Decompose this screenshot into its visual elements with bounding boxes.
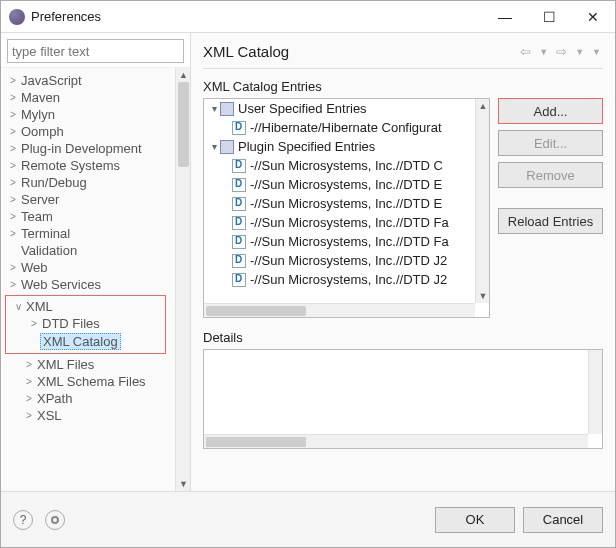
close-button[interactable]: ✕ bbox=[571, 2, 615, 32]
dtd-icon bbox=[232, 235, 246, 249]
tree-item[interactable]: Web bbox=[19, 260, 50, 275]
chevron-right-icon[interactable]: > bbox=[23, 359, 35, 370]
chevron-right-icon[interactable]: > bbox=[7, 109, 19, 120]
tree-item[interactable]: XML Files bbox=[35, 357, 96, 372]
tree-item[interactable]: Web Services bbox=[19, 277, 103, 292]
scroll-down-icon[interactable]: ▼ bbox=[176, 477, 190, 491]
page-title: XML Catalog bbox=[203, 43, 289, 60]
scrollbar-horizontal[interactable] bbox=[204, 303, 475, 317]
tree-item[interactable]: Run/Debug bbox=[19, 175, 89, 190]
catalog-group[interactable]: Plugin Specified Entries bbox=[238, 139, 375, 154]
chevron-right-icon[interactable]: > bbox=[7, 228, 19, 239]
restore-defaults-icon[interactable] bbox=[45, 510, 65, 530]
tree-item-xml[interactable]: XML bbox=[24, 299, 55, 314]
chevron-right-icon[interactable]: > bbox=[7, 262, 19, 273]
tree-item[interactable]: Oomph bbox=[19, 124, 66, 139]
chevron-right-icon[interactable]: > bbox=[7, 160, 19, 171]
window-title: Preferences bbox=[31, 9, 483, 24]
entries-label: XML Catalog Entries bbox=[203, 79, 603, 94]
edit-button[interactable]: Edit... bbox=[498, 130, 603, 156]
back-icon[interactable]: ⇦ bbox=[518, 44, 533, 59]
chevron-right-icon[interactable]: > bbox=[23, 393, 35, 404]
tree-item[interactable]: Remote Systems bbox=[19, 158, 122, 173]
chevron-right-icon[interactable]: > bbox=[7, 279, 19, 290]
dropdown-icon[interactable]: ▼ bbox=[573, 47, 586, 57]
menu-icon[interactable]: ▼ bbox=[590, 47, 603, 57]
folder-icon bbox=[220, 102, 234, 116]
dtd-icon bbox=[232, 121, 246, 135]
chevron-right-icon[interactable]: > bbox=[7, 194, 19, 205]
tree-item-xml-catalog[interactable]: XML Catalog bbox=[40, 333, 121, 350]
details-panel bbox=[203, 349, 603, 449]
titlebar: Preferences — ☐ ✕ bbox=[1, 1, 615, 33]
tree-item[interactable]: DTD Files bbox=[40, 316, 102, 331]
scroll-down-icon[interactable]: ▼ bbox=[476, 289, 490, 303]
dtd-icon bbox=[232, 254, 246, 268]
tree-item[interactable]: JavaScript bbox=[19, 73, 84, 88]
tree-item[interactable]: XSL bbox=[35, 408, 64, 423]
catalog-item[interactable]: -//Sun Microsystems, Inc.//DTD E bbox=[250, 177, 442, 192]
catalog-item[interactable]: -//Hibernate/Hibernate Configurat bbox=[250, 120, 442, 135]
maximize-button[interactable]: ☐ bbox=[527, 2, 571, 32]
chevron-right-icon[interactable]: > bbox=[23, 376, 35, 387]
chevron-right-icon[interactable]: > bbox=[7, 126, 19, 137]
catalog-item[interactable]: -//Sun Microsystems, Inc.//DTD E bbox=[250, 196, 442, 211]
scroll-up-icon[interactable]: ▲ bbox=[176, 68, 190, 82]
catalog-item[interactable]: -//Sun Microsystems, Inc.//DTD C bbox=[250, 158, 443, 173]
ok-button[interactable]: OK bbox=[435, 507, 515, 533]
catalog-entries-tree[interactable]: ▾User Specified Entries -//Hibernate/Hib… bbox=[203, 98, 490, 318]
chevron-right-icon[interactable]: > bbox=[7, 75, 19, 86]
nav-icons: ⇦▼ ⇨▼ ▼ bbox=[518, 44, 603, 59]
scrollbar-vertical[interactable]: ▲▼ bbox=[475, 99, 489, 303]
dtd-icon bbox=[232, 159, 246, 173]
dropdown-icon[interactable]: ▼ bbox=[537, 47, 550, 57]
scroll-up-icon[interactable]: ▲ bbox=[476, 99, 490, 113]
chevron-right-icon[interactable]: > bbox=[23, 410, 35, 421]
tree-item[interactable]: Team bbox=[19, 209, 55, 224]
chevron-right-icon[interactable]: > bbox=[28, 318, 40, 329]
minimize-button[interactable]: — bbox=[483, 2, 527, 32]
catalog-item[interactable]: -//Sun Microsystems, Inc.//DTD J2 bbox=[250, 272, 447, 287]
dtd-icon bbox=[232, 197, 246, 211]
scroll-thumb[interactable] bbox=[206, 306, 306, 316]
scrollbar-vertical[interactable]: ▲ ▼ bbox=[175, 68, 190, 491]
chevron-down-icon[interactable]: ▾ bbox=[208, 103, 220, 114]
remove-button[interactable]: Remove bbox=[498, 162, 603, 188]
catalog-group[interactable]: User Specified Entries bbox=[238, 101, 367, 116]
dtd-icon bbox=[232, 273, 246, 287]
reload-entries-button[interactable]: Reload Entries bbox=[498, 208, 603, 234]
catalog-item[interactable]: -//Sun Microsystems, Inc.//DTD J2 bbox=[250, 253, 447, 268]
dtd-icon bbox=[232, 178, 246, 192]
chevron-right-icon[interactable]: > bbox=[7, 211, 19, 222]
help-icon[interactable]: ? bbox=[13, 510, 33, 530]
tree-item[interactable]: XPath bbox=[35, 391, 74, 406]
catalog-item[interactable]: -//Sun Microsystems, Inc.//DTD Fa bbox=[250, 234, 449, 249]
tree-item[interactable]: Terminal bbox=[19, 226, 72, 241]
chevron-right-icon[interactable]: > bbox=[7, 177, 19, 188]
filter-input[interactable] bbox=[7, 39, 184, 63]
app-icon bbox=[9, 9, 25, 25]
tree-item[interactable]: Validation bbox=[19, 243, 79, 258]
tree-item[interactable]: Maven bbox=[19, 90, 62, 105]
folder-icon bbox=[220, 140, 234, 154]
chevron-down-icon[interactable]: ▾ bbox=[208, 141, 220, 152]
chevron-right-icon[interactable]: > bbox=[7, 92, 19, 103]
chevron-right-icon[interactable]: > bbox=[7, 143, 19, 154]
tree-item[interactable]: XML Schema Files bbox=[35, 374, 148, 389]
tree-item[interactable]: Plug-in Development bbox=[19, 141, 144, 156]
tree-item[interactable]: Mylyn bbox=[19, 107, 57, 122]
scrollbar-vertical[interactable] bbox=[588, 350, 602, 434]
scroll-thumb[interactable] bbox=[206, 437, 306, 447]
sidebar: >JavaScript >Maven >Mylyn >Oomph >Plug-i… bbox=[1, 33, 191, 491]
scrollbar-horizontal[interactable] bbox=[204, 434, 588, 448]
catalog-item[interactable]: -//Sun Microsystems, Inc.//DTD Fa bbox=[250, 215, 449, 230]
add-button[interactable]: Add... bbox=[498, 98, 603, 124]
tree-item[interactable]: Server bbox=[19, 192, 61, 207]
dtd-icon bbox=[232, 216, 246, 230]
scroll-thumb[interactable] bbox=[178, 82, 189, 167]
cancel-button[interactable]: Cancel bbox=[523, 507, 603, 533]
details-label: Details bbox=[203, 330, 603, 345]
chevron-down-icon[interactable]: ∨ bbox=[12, 301, 24, 312]
preference-tree[interactable]: >JavaScript >Maven >Mylyn >Oomph >Plug-i… bbox=[1, 72, 190, 424]
forward-icon[interactable]: ⇨ bbox=[554, 44, 569, 59]
